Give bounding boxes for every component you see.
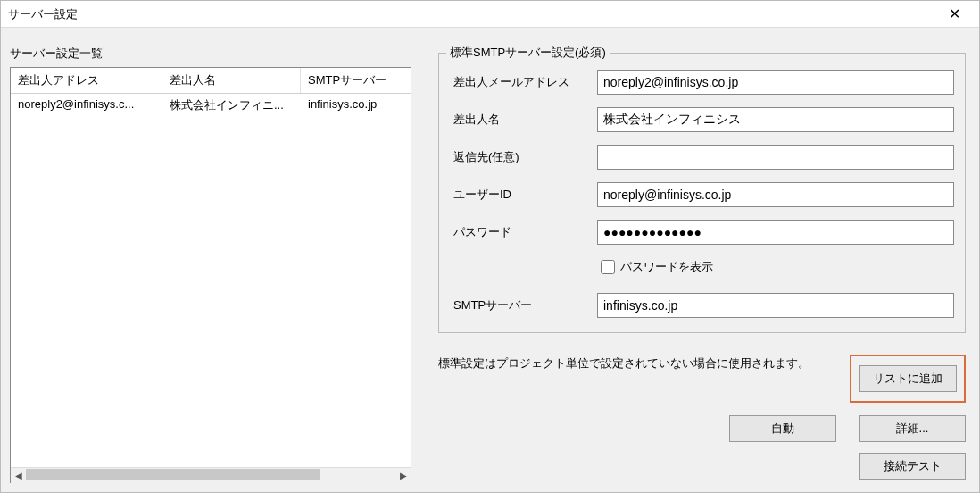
reply-to-input[interactable] [597, 145, 954, 170]
server-list-panel: サーバー設定一覧 差出人アドレス 差出人名 SMTPサーバー noreply2@… [10, 46, 411, 483]
horizontal-scrollbar[interactable]: ◀ ▶ [11, 467, 411, 482]
user-id-label: ユーザーID [450, 187, 597, 203]
reply-to-label: 返信先(任意) [450, 149, 597, 165]
cell-address: noreply2@infinisys.c... [11, 94, 162, 117]
col-sender-name[interactable]: 差出人名 [162, 68, 301, 93]
col-smtp-server[interactable]: SMTPサーバー [301, 68, 411, 93]
titlebar: サーバー設定 ✕ [1, 1, 979, 28]
window-title: サーバー設定 [8, 6, 936, 22]
smtp-groupbox: 標準SMTPサーバー設定(必須) 差出人メールアドレス 差出人名 返信先(任意)… [438, 53, 966, 333]
col-sender-address[interactable]: 差出人アドレス [11, 68, 162, 93]
user-id-input[interactable] [597, 182, 954, 207]
sender-name-input[interactable] [597, 107, 954, 132]
server-list-label: サーバー設定一覧 [10, 46, 411, 62]
content-area: サーバー設定一覧 差出人アドレス 差出人名 SMTPサーバー noreply2@… [1, 28, 979, 492]
scroll-thumb[interactable] [26, 469, 320, 480]
cell-smtp: infinisys.co.jp [301, 94, 411, 117]
detail-button[interactable]: 詳細... [859, 415, 966, 442]
show-password-label: パスワードを表示 [620, 259, 713, 275]
server-list[interactable]: 差出人アドレス 差出人名 SMTPサーバー noreply2@infinisys… [10, 67, 411, 483]
auto-button[interactable]: 自動 [729, 415, 836, 442]
password-label: パスワード [450, 224, 597, 240]
close-icon[interactable]: ✕ [936, 2, 972, 27]
smtp-server-label: SMTPサーバー [450, 297, 597, 313]
table-row[interactable]: noreply2@infinisys.c... 株式会社インフィニ... inf… [11, 94, 411, 117]
scroll-left-icon[interactable]: ◀ [11, 468, 26, 483]
add-to-list-button[interactable]: リストに追加 [859, 365, 957, 392]
smtp-server-input[interactable] [597, 293, 954, 318]
add-list-highlight: リストに追加 [850, 355, 966, 403]
show-password-checkbox[interactable] [601, 260, 615, 274]
connection-test-button[interactable]: 接続テスト [859, 453, 966, 480]
server-settings-window: サーバー設定 ✕ サーバー設定一覧 差出人アドレス 差出人名 SMTPサーバー … [0, 0, 980, 493]
smtp-settings-panel: 標準SMTPサーバー設定(必須) 差出人メールアドレス 差出人名 返信先(任意)… [438, 46, 966, 483]
sender-name-label: 差出人名 [450, 112, 597, 128]
list-body: noreply2@infinisys.c... 株式会社インフィニ... inf… [11, 94, 411, 467]
scroll-right-icon[interactable]: ▶ [395, 468, 411, 483]
scroll-track[interactable] [26, 468, 395, 483]
cell-name: 株式会社インフィニ... [162, 94, 301, 117]
password-input[interactable] [597, 220, 954, 245]
list-header: 差出人アドレス 差出人名 SMTPサーバー [11, 68, 411, 94]
groupbox-label: 標準SMTPサーバー設定(必須) [446, 45, 610, 61]
sender-address-label: 差出人メールアドレス [450, 74, 597, 90]
note-text: 標準設定はプロジェクト単位で設定されていない場合に使用されます。 [438, 355, 850, 372]
sender-address-input[interactable] [597, 70, 954, 95]
